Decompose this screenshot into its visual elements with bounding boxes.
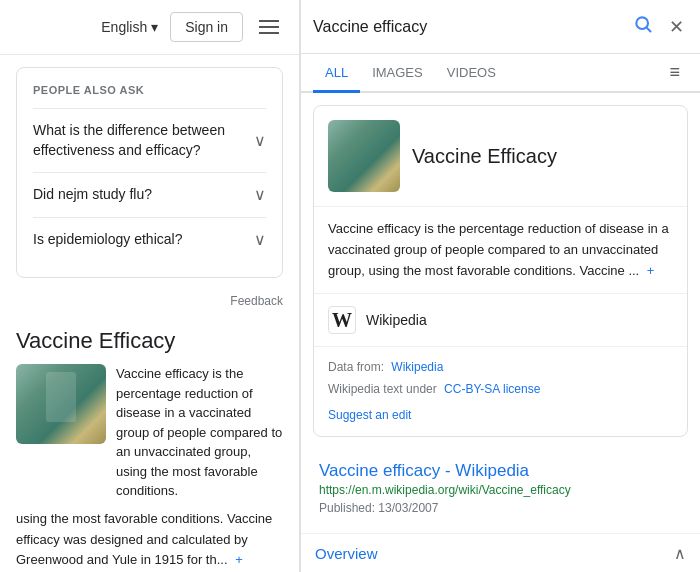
chevron-down-icon-1: ∨ [254, 131, 266, 150]
language-selector[interactable]: English ▾ [101, 19, 158, 35]
chevron-down-icon: ▾ [151, 19, 158, 35]
more-link[interactable]: + [235, 552, 243, 567]
tab-videos[interactable]: VIDEOS [435, 55, 508, 93]
search-tabs: ALL IMAGES VIDEOS ≡ [301, 54, 700, 93]
data-from-link[interactable]: Wikipedia [391, 360, 443, 374]
people-also-ask-box: PEOPLE ALSO ASK What is the difference b… [16, 67, 283, 278]
close-button[interactable]: ✕ [665, 12, 688, 42]
vaccine-snippet-short: Vaccine efficacy is the percentage reduc… [116, 364, 283, 501]
search-result: Vaccine efficacy - Wikipedia https://en.… [305, 449, 696, 533]
paa-item-3[interactable]: Is epidemiology ethical? ∨ [33, 217, 266, 262]
right-panel: ✕ ALL IMAGES VIDEOS ≡ Vaccine Efficacy V… [300, 0, 700, 572]
search-button[interactable] [629, 10, 657, 43]
chevron-down-icon-3: ∨ [254, 230, 266, 249]
feedback-label[interactable]: Feedback [0, 290, 299, 316]
kg-source-name: Wikipedia [366, 312, 427, 328]
chevron-up-icon: ∧ [674, 544, 686, 563]
kg-description-text: Vaccine efficacy is the percentage reduc… [328, 221, 669, 278]
paa-item-1[interactable]: What is the difference between effective… [33, 108, 266, 172]
search-bar: ✕ [301, 0, 700, 54]
left-header: English ▾ Sign in [0, 0, 299, 55]
result-url[interactable]: https://en.m.wikipedia.org/wiki/Vaccine_… [319, 483, 682, 497]
wikipedia-w-icon: W [328, 306, 356, 334]
sign-in-button[interactable]: Sign in [170, 12, 243, 42]
menu-icon[interactable] [255, 16, 283, 38]
paa-label: PEOPLE ALSO ASK [33, 84, 266, 96]
tab-images[interactable]: IMAGES [360, 55, 435, 93]
paa-question-2: Did nejm study flu? [33, 185, 246, 205]
kg-header: Vaccine Efficacy [314, 106, 687, 206]
result-title[interactable]: Vaccine efficacy - Wikipedia [319, 461, 682, 481]
data-from-label: Data from: [328, 360, 384, 374]
language-label: English [101, 19, 147, 35]
paa-question-1: What is the difference between effective… [33, 121, 246, 160]
overview-label: Overview [315, 545, 378, 562]
kg-more-link[interactable]: + [647, 263, 655, 278]
vaccine-full-text: using the most favorable conditions. Vac… [16, 509, 283, 571]
search-input[interactable] [313, 18, 621, 36]
vaccine-result-title: Vaccine Efficacy [16, 328, 283, 354]
knowledge-card: Vaccine Efficacy Vaccine efficacy is the… [313, 105, 688, 437]
kg-image [328, 120, 400, 192]
left-panel: English ▾ Sign in PEOPLE ALSO ASK What i… [0, 0, 300, 572]
kg-title: Vaccine Efficacy [412, 145, 557, 168]
tab-all[interactable]: ALL [313, 55, 360, 93]
kg-data-source: Data from: Wikipedia Wikipedia text unde… [314, 346, 687, 436]
chevron-down-icon-2: ∨ [254, 185, 266, 204]
suggest-edit-link[interactable]: Suggest an edit [328, 405, 673, 427]
vaccine-result: Vaccine Efficacy Vaccine efficacy is the… [0, 316, 299, 572]
overview-section[interactable]: Overview ∧ [301, 533, 700, 572]
license-label: Wikipedia text under [328, 382, 437, 396]
paa-question-3: Is epidemiology ethical? [33, 230, 246, 250]
license-link[interactable]: CC-BY-SA license [444, 382, 540, 396]
kg-source: W Wikipedia [314, 293, 687, 346]
kg-description: Vaccine efficacy is the percentage reduc… [314, 206, 687, 293]
svg-line-1 [647, 28, 651, 32]
result-meta: Published: 13/03/2007 [319, 501, 682, 515]
vaccine-content: Vaccine efficacy is the percentage reduc… [16, 364, 283, 501]
tab-more-menu[interactable]: ≡ [661, 54, 688, 91]
paa-item-2[interactable]: Did nejm study flu? ∨ [33, 172, 266, 217]
vaccine-thumbnail [16, 364, 106, 444]
